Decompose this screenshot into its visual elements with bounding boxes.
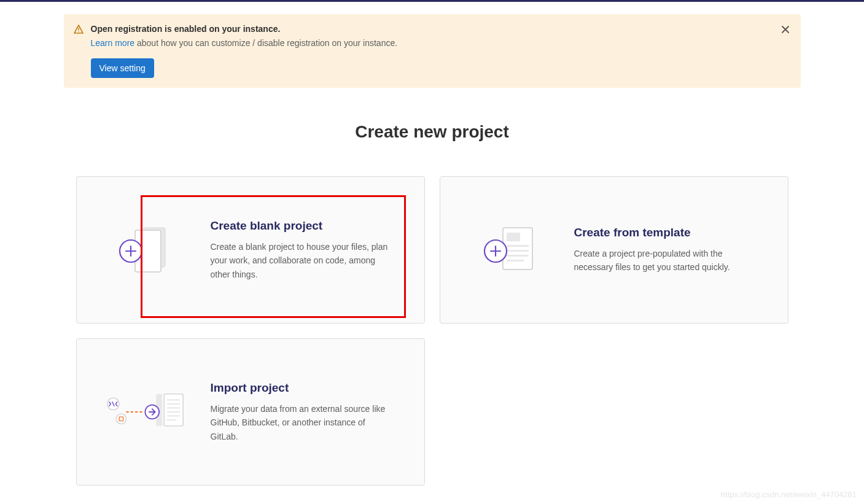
card-desc: Create a blank project to house your fil… [211, 240, 395, 281]
svg-rect-10 [507, 250, 529, 252]
import-icon [106, 387, 186, 436]
template-icon [470, 225, 550, 274]
card-title: Import project [211, 381, 395, 395]
card-title: Create blank project [211, 219, 395, 233]
svg-rect-17 [164, 394, 183, 426]
blank-project-icon [106, 225, 186, 274]
close-alert-button[interactable] [780, 24, 791, 35]
svg-rect-11 [507, 255, 529, 257]
svg-rect-12 [507, 260, 524, 262]
page-title: Create new project [64, 122, 801, 142]
svg-rect-1 [78, 31, 79, 32]
project-type-cards: Create blank project Create a blank proj… [76, 176, 788, 486]
warning-icon [74, 25, 84, 37]
card-title: Create from template [574, 226, 758, 239]
view-setting-button[interactable]: View setting [91, 58, 154, 78]
create-from-template-card[interactable]: Create from template Create a project pr… [440, 176, 788, 324]
registration-alert: Open registration is enabled on your ins… [64, 14, 801, 88]
card-desc: Create a project pre-populated with the … [574, 247, 758, 274]
import-project-card[interactable]: Import project Migrate your data from an… [76, 338, 425, 486]
card-desc: Migrate your data from an external sourc… [211, 402, 395, 443]
svg-point-27 [116, 414, 126, 424]
svg-rect-9 [507, 245, 529, 247]
alert-title: Open registration is enabled on your ins… [91, 24, 791, 34]
learn-more-link[interactable]: Learn more [91, 38, 135, 48]
create-blank-project-card[interactable]: Create blank project Create a blank proj… [76, 176, 425, 324]
svg-rect-8 [507, 233, 520, 241]
svg-rect-0 [78, 28, 79, 31]
alert-text: Learn more about how you can customize /… [91, 36, 791, 50]
